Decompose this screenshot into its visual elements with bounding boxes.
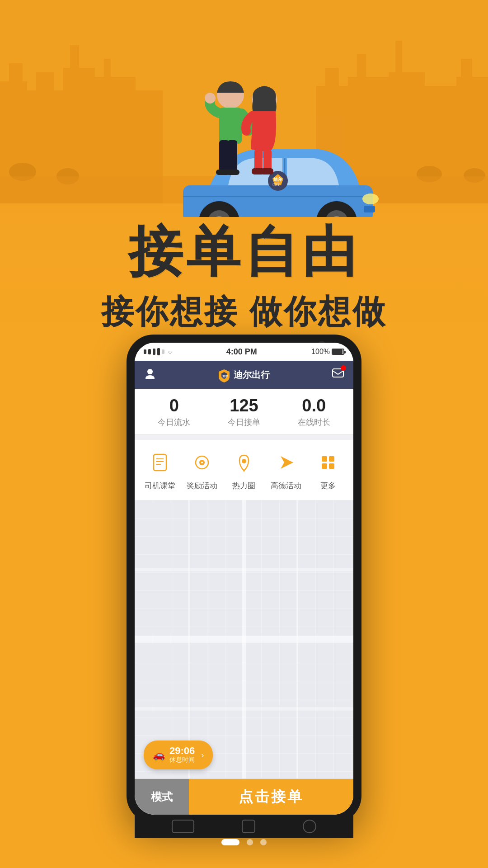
app-logo: 迪尔 迪尔出行 <box>218 369 270 381</box>
signal-indicator: ○ <box>144 348 172 355</box>
phone-hardware-nav <box>135 815 353 838</box>
battery-icon <box>332 349 344 355</box>
action-more[interactable]: 更多 <box>307 449 349 491</box>
stat-online-time: 0.0 在线时长 <box>279 397 349 428</box>
svg-rect-55 <box>154 454 166 471</box>
accept-order-button[interactable]: 点击接单 <box>189 779 353 815</box>
action-gaode[interactable]: 高德活动 <box>265 449 307 491</box>
page-dot-1 <box>221 839 239 845</box>
svg-rect-66 <box>329 456 334 462</box>
map-area: 🚗 29:06 休息时间 › <box>135 500 353 778</box>
action-rewards[interactable]: 奖励活动 <box>181 449 223 491</box>
svg-point-52 <box>147 369 153 374</box>
gaode-label: 高德活动 <box>271 481 301 491</box>
svg-rect-65 <box>322 456 327 462</box>
page-dot-3 <box>260 839 267 845</box>
user-profile-icon[interactable] <box>144 367 156 383</box>
heatmap-label: 热力圈 <box>232 481 255 491</box>
svg-rect-4 <box>36 72 54 90</box>
phone-mockup: ○ 4:00 PM 100% <box>127 335 361 823</box>
heatmap-icon <box>230 449 258 476</box>
status-bar: ○ 4:00 PM 100% <box>135 343 353 361</box>
gaode-icon <box>272 449 300 476</box>
phone-outer-shell: ○ 4:00 PM 100% <box>127 335 361 823</box>
svg-rect-67 <box>322 463 327 469</box>
timer-time-value: 29:06 <box>169 746 195 756</box>
app-header: 迪尔 迪尔出行 <box>135 361 353 389</box>
svg-rect-68 <box>329 463 334 469</box>
message-badge <box>341 365 346 371</box>
stat-flow-label: 今日流水 <box>139 417 209 428</box>
svg-point-62 <box>242 459 246 463</box>
svg-rect-46 <box>226 170 239 175</box>
map-roads <box>135 500 353 778</box>
driver-class-label: 司机课堂 <box>145 481 175 491</box>
svg-rect-43 <box>227 140 237 172</box>
main-headline: 接单自由 <box>41 222 447 281</box>
svg-marker-64 <box>281 456 293 469</box>
stat-flow-value: 0 <box>139 397 209 414</box>
svg-rect-21 <box>461 59 472 77</box>
timer-label: 休息时间 <box>169 756 195 764</box>
svg-text:迪尔: 迪尔 <box>273 177 283 182</box>
stat-time-value: 0.0 <box>279 397 349 414</box>
svg-rect-39 <box>364 206 375 212</box>
logo-shield-icon: 迪尔 <box>218 369 230 381</box>
quick-actions: 司机课堂 奖励活动 <box>135 440 353 500</box>
stat-orders-value: 125 <box>209 397 279 414</box>
rewards-label: 奖励活动 <box>187 481 217 491</box>
logo-text: 迪尔出行 <box>234 369 270 381</box>
svg-point-44 <box>205 93 216 104</box>
svg-rect-51 <box>261 168 273 175</box>
battery-percent: 100% <box>311 348 330 356</box>
stat-daily-flow: 0 今日流水 <box>139 397 209 428</box>
rewards-icon <box>188 449 216 476</box>
page-dot-2 <box>247 839 253 845</box>
svg-text:迪尔: 迪尔 <box>222 374 228 377</box>
stats-row: 0 今日流水 125 今日接单 0.0 在线时长 <box>135 389 353 434</box>
action-driver-class[interactable]: 司机课堂 <box>139 449 181 491</box>
sub-headline: 接你想接 做你想做 <box>41 290 447 334</box>
action-heatmap[interactable]: 热力圈 <box>223 449 265 491</box>
home-button[interactable] <box>242 820 255 833</box>
accept-label: 点击接单 <box>239 787 304 807</box>
mode-label: 模式 <box>151 790 173 804</box>
timer-car-icon: 🚗 <box>153 749 165 761</box>
svg-text:出行: 出行 <box>272 182 280 186</box>
timer-arrow-icon: › <box>201 750 204 760</box>
battery-indicator: 100% <box>311 348 344 356</box>
hero-illustration: 迪尔 出行 <box>75 36 413 217</box>
stat-time-label: 在线时长 <box>279 417 349 428</box>
recent-button[interactable] <box>303 820 316 833</box>
phone-screen: ○ 4:00 PM 100% <box>135 343 353 815</box>
driver-class-icon <box>146 449 174 476</box>
more-icon <box>314 449 342 476</box>
svg-point-61 <box>201 462 203 463</box>
svg-point-38 <box>362 193 379 204</box>
svg-rect-2 <box>9 63 23 81</box>
bottom-action-bar: 模式 点击接单 <box>135 778 353 815</box>
mode-button[interactable]: 模式 <box>135 779 189 815</box>
status-time: 4:00 PM <box>172 347 311 357</box>
more-label: 更多 <box>320 481 336 491</box>
headline-section: 接单自由 接你想接 做你想做 <box>41 222 447 334</box>
message-icon[interactable] <box>332 367 344 383</box>
stat-orders: 125 今日接单 <box>209 397 279 428</box>
page-indicator <box>221 839 267 845</box>
back-button[interactable] <box>172 820 194 833</box>
stat-orders-label: 今日接单 <box>209 417 279 428</box>
rest-timer[interactable]: 🚗 29:06 休息时间 › <box>144 741 213 769</box>
